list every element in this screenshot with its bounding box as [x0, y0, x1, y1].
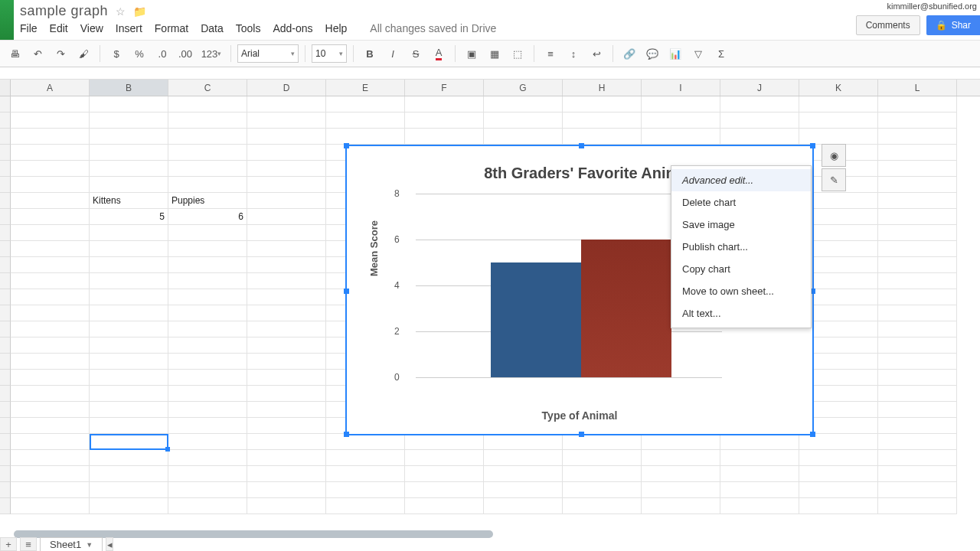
chart-bar-puppies — [581, 240, 671, 377]
col-D[interactable]: D — [247, 80, 326, 96]
filter-icon[interactable]: ▽ — [688, 44, 708, 64]
select-all-corner[interactable] — [0, 80, 11, 96]
menu-addons[interactable]: Add-ons — [273, 22, 312, 34]
toolbar: 🖶 ↶ ↷ 🖌 $ % .0 .00 123▾ Arial▾ 10▾ B I S… — [0, 40, 980, 67]
doc-title[interactable]: sample graph — [20, 3, 108, 19]
menu-format[interactable]: Format — [155, 22, 188, 34]
resize-handle[interactable] — [579, 143, 584, 148]
col-H[interactable]: H — [563, 80, 642, 96]
more-formats-button[interactable]: 123▾ — [198, 44, 224, 64]
col-G[interactable]: G — [484, 80, 563, 96]
chart-edit-icon[interactable]: ✎ — [822, 168, 846, 191]
chevron-down-icon[interactable]: ▼ — [86, 541, 93, 549]
paint-format-icon[interactable]: 🖌 — [74, 44, 93, 64]
comment-icon[interactable]: 💬 — [642, 44, 662, 64]
sheet-tab[interactable]: Sheet1 ▼ — [40, 537, 103, 551]
chart-xlabel: Type of Animal — [347, 409, 812, 422]
undo-icon[interactable]: ↶ — [28, 44, 47, 64]
ctx-move-to-own-sheet[interactable]: Move to own sheet... — [671, 280, 811, 302]
functions-icon[interactable]: Σ — [711, 44, 731, 64]
all-sheets-button[interactable]: ≡ — [20, 537, 37, 551]
add-sheet-button[interactable]: + — [0, 537, 17, 551]
fill-color-icon[interactable]: ▣ — [462, 44, 482, 64]
account-email[interactable]: kimmiller@sbunified.org — [887, 2, 977, 11]
sheets-logo — [0, 0, 14, 40]
share-button[interactable]: 🔒 Shar — [926, 15, 980, 35]
formula-bar[interactable] — [0, 67, 980, 80]
ctx-copy-chart[interactable]: Copy chart — [671, 258, 811, 280]
menu-data[interactable]: Data — [201, 22, 224, 34]
strike-icon[interactable]: S — [406, 44, 426, 64]
menu-edit[interactable]: Edit — [50, 22, 68, 34]
chart-bar-kittens — [491, 262, 581, 377]
chart-context-menu: Advanced edit...Delete chartSave imagePu… — [671, 165, 812, 328]
share-label: Shar — [952, 20, 971, 31]
resize-handle[interactable] — [810, 143, 815, 148]
percent-icon[interactable]: % — [129, 44, 149, 64]
ctx-advanced-edit[interactable]: Advanced edit... — [671, 169, 811, 191]
font-select[interactable]: Arial▾ — [237, 44, 299, 63]
wrap-icon[interactable]: ↩ — [586, 44, 606, 64]
ctx-alt-text[interactable]: Alt text... — [671, 302, 811, 324]
menu-help[interactable]: Help — [325, 22, 348, 34]
chart-icon[interactable]: 📊 — [665, 44, 685, 64]
chart-ylabel: Mean Score — [368, 220, 380, 276]
bold-icon[interactable]: B — [360, 44, 380, 64]
dec-decrease-icon[interactable]: .0 — [152, 44, 172, 64]
folder-icon[interactable]: 📁 — [133, 5, 146, 18]
comments-button[interactable]: Comments — [856, 15, 920, 35]
tab-scroll[interactable]: ◂ — [106, 537, 113, 551]
dec-increase-icon[interactable]: .00 — [175, 44, 195, 64]
ctx-publish-chart[interactable]: Publish chart... — [671, 236, 811, 258]
link-icon[interactable]: 🔗 — [619, 44, 639, 64]
col-L[interactable]: L — [878, 80, 957, 96]
chart-view-icon[interactable]: ◉ — [822, 144, 846, 167]
menubar: File Edit View Insert Format Data Tools … — [20, 22, 980, 34]
menu-view[interactable]: View — [80, 22, 103, 34]
save-status: All changes saved in Drive — [370, 22, 496, 34]
merge-icon[interactable]: ⬚ — [508, 44, 528, 64]
resize-handle[interactable] — [810, 432, 815, 437]
text-color-icon[interactable]: A — [429, 44, 449, 64]
col-A[interactable]: A — [11, 80, 90, 96]
col-J[interactable]: J — [720, 80, 799, 96]
col-B[interactable]: B — [90, 80, 168, 96]
print-icon[interactable]: 🖶 — [5, 44, 24, 64]
col-F[interactable]: F — [405, 80, 484, 96]
resize-handle[interactable] — [344, 432, 349, 437]
lock-icon: 🔒 — [936, 20, 947, 31]
valign-icon[interactable]: ↕ — [564, 44, 583, 64]
menu-tools[interactable]: Tools — [236, 22, 261, 34]
ctx-delete-chart[interactable]: Delete chart — [671, 191, 811, 214]
menu-insert[interactable]: Insert — [116, 22, 142, 34]
grid[interactable]: KittensPuppies56 8th Graders' Favorite A… — [0, 96, 980, 516]
col-C[interactable]: C — [168, 80, 247, 96]
col-K[interactable]: K — [799, 80, 878, 96]
borders-icon[interactable]: ▦ — [485, 44, 505, 64]
currency-icon[interactable]: $ — [106, 44, 126, 64]
resize-handle[interactable] — [579, 432, 584, 437]
col-E[interactable]: E — [326, 80, 405, 96]
ctx-save-image[interactable]: Save image — [671, 214, 811, 236]
star-icon[interactable]: ☆ — [116, 5, 126, 18]
menu-file[interactable]: File — [20, 22, 38, 34]
sheet-tab-label: Sheet1 — [50, 539, 81, 550]
redo-icon[interactable]: ↷ — [51, 44, 70, 64]
halign-icon[interactable]: ≡ — [541, 44, 560, 64]
resize-handle[interactable] — [344, 289, 349, 294]
col-I[interactable]: I — [642, 80, 720, 96]
resize-handle[interactable] — [344, 143, 349, 148]
italic-icon[interactable]: I — [383, 44, 403, 64]
font-size-select[interactable]: 10▾ — [312, 44, 347, 63]
